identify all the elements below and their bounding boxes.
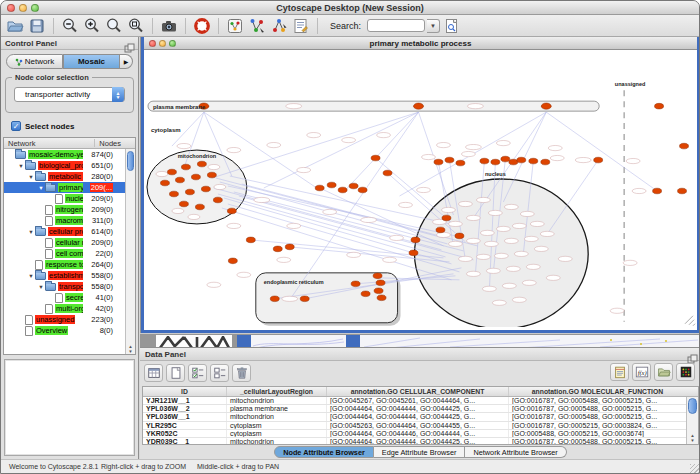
node-label-pill[interactable] xyxy=(558,256,572,261)
select-nodes-checkbox[interactable]: ✓ xyxy=(11,121,21,131)
node-label-pill[interactable] xyxy=(448,221,462,226)
expand-arrow-icon[interactable]: ▼ xyxy=(17,163,25,169)
network-node[interactable] xyxy=(273,246,282,252)
canvas-resize-grip[interactable] xyxy=(685,316,695,326)
node-label-pill[interactable] xyxy=(254,197,270,202)
tree-col-network[interactable]: Network xyxy=(8,138,36,149)
node-label-pill[interactable] xyxy=(383,257,397,262)
network-node[interactable] xyxy=(480,158,489,164)
network-node[interactable] xyxy=(678,188,687,194)
tree-scrollbar[interactable]: ▲▼ xyxy=(125,149,135,354)
node-label-pill[interactable] xyxy=(361,217,377,222)
tree-row[interactable]: ▼metabolic process280(0) xyxy=(4,171,125,182)
new-attribute-icon[interactable] xyxy=(166,364,185,382)
node-label-pill[interactable] xyxy=(530,221,544,226)
network-node[interactable] xyxy=(361,291,370,297)
snapshot-icon[interactable] xyxy=(159,16,179,36)
node-label-pill[interactable] xyxy=(546,275,560,280)
network-node[interactable] xyxy=(213,197,222,203)
advanced-search-icon[interactable] xyxy=(442,16,462,36)
node-label-pill[interactable] xyxy=(436,232,450,237)
node-label-pill[interactable] xyxy=(476,254,490,259)
table-scrollbar[interactable]: ▲▼ xyxy=(686,397,698,444)
node-label-pill[interactable] xyxy=(448,241,462,246)
tree-row[interactable]: nucleobase-209(0) xyxy=(4,193,125,204)
column-header[interactable]: annotation.GO MOLECULAR_FUNCTION xyxy=(509,387,686,396)
select-attributes-icon[interactable] xyxy=(188,364,207,382)
node-label-pill[interactable] xyxy=(188,214,200,219)
node-label-pill[interactable] xyxy=(486,268,500,273)
network-frame-titlebar[interactable]: primary metabolic process xyxy=(144,37,697,50)
apply-layout-icon[interactable] xyxy=(247,16,267,36)
network-node[interactable] xyxy=(300,296,309,302)
network-node[interactable] xyxy=(517,157,526,163)
column-header[interactable]: ID xyxy=(143,387,227,396)
network-node[interactable] xyxy=(434,159,443,165)
background-window-corner[interactable] xyxy=(237,335,251,347)
network-manager-icon[interactable] xyxy=(225,16,245,36)
node-label-pill[interactable] xyxy=(458,201,472,206)
network-node[interactable] xyxy=(529,158,538,164)
table-scrollbar-thumb[interactable] xyxy=(688,398,697,414)
help-icon[interactable] xyxy=(192,16,212,36)
table-row[interactable]: YPL036W__1mitochondrion[GO:0044464, GO:0… xyxy=(143,413,686,421)
window-titlebar[interactable]: Cytoscape Desktop (New Session) xyxy=(1,1,699,15)
table-row[interactable]: YPL036W__2plasma membrane[GO:0044464, GO… xyxy=(143,405,686,413)
node-label-pill[interactable] xyxy=(461,151,475,156)
network-node[interactable] xyxy=(491,159,500,165)
network-node[interactable] xyxy=(436,227,445,233)
tree-col-nodes[interactable]: Nodes xyxy=(99,138,121,149)
tree-row[interactable]: ▼cellular process614(0) xyxy=(4,226,125,237)
node-label-pill[interactable] xyxy=(480,230,494,235)
network-canvas[interactable]: plasma membrane cytoplasm mitochondrion … xyxy=(144,50,697,327)
tree-row[interactable]: secretion41(0) xyxy=(4,292,125,303)
search-input[interactable] xyxy=(367,19,425,32)
network-node[interactable] xyxy=(181,164,190,170)
tree-row[interactable]: ▼primary metabo209(... xyxy=(4,182,125,193)
network-node[interactable] xyxy=(169,191,178,197)
node-label-pill[interactable] xyxy=(626,158,640,163)
column-header[interactable]: annotation.GO CELLULAR_COMPONENT xyxy=(327,387,509,396)
node-label-pill[interactable] xyxy=(623,260,637,265)
expand-arrow-icon[interactable]: ▼ xyxy=(37,185,45,191)
node-label-pill[interactable] xyxy=(476,197,490,202)
node-label-pill[interactable] xyxy=(172,208,184,213)
network-node[interactable] xyxy=(351,281,360,287)
column-header[interactable]: _cellularLayoutRegion xyxy=(227,387,327,396)
node-label-pill[interactable] xyxy=(466,238,480,243)
table-scrollbar-arrows[interactable]: ▲▼ xyxy=(687,433,698,443)
tree-scrollbar-thumb[interactable] xyxy=(127,151,134,171)
network-node[interactable] xyxy=(195,204,204,210)
network-node[interactable] xyxy=(315,185,324,191)
node-label-pill[interactable] xyxy=(506,266,520,271)
annotation-icon[interactable] xyxy=(291,16,311,36)
network-node[interactable] xyxy=(207,172,216,178)
expand-arrow-icon[interactable]: ▼ xyxy=(27,273,35,279)
node-label-pill[interactable] xyxy=(467,104,483,109)
network-node[interactable] xyxy=(541,159,550,165)
tab-network[interactable]: Network xyxy=(6,54,63,69)
node-label-pill[interactable] xyxy=(502,283,516,288)
node-label-pill[interactable] xyxy=(377,133,391,138)
network-node[interactable] xyxy=(680,143,689,149)
birdseye-view-panel[interactable] xyxy=(4,359,135,456)
node-label-pill[interactable] xyxy=(496,140,510,145)
tab-mosaic[interactable]: Mosaic xyxy=(63,54,120,69)
node-label-pill[interactable] xyxy=(512,223,526,228)
node-label-pill[interactable] xyxy=(214,184,226,189)
network-node[interactable] xyxy=(541,103,551,109)
network-node[interactable] xyxy=(191,174,200,180)
node-label-pill[interactable] xyxy=(286,104,302,109)
apply-vizmap-icon[interactable] xyxy=(269,16,289,36)
node-label-pill[interactable] xyxy=(323,209,337,214)
node-label-pill[interactable] xyxy=(610,308,624,313)
node-label-pill[interactable] xyxy=(441,207,455,212)
network-node[interactable] xyxy=(594,157,603,163)
node-label-pill[interactable] xyxy=(207,282,221,287)
tree-row[interactable]: Overview8(0) xyxy=(4,325,125,336)
node-label-pill[interactable] xyxy=(267,142,281,147)
expand-arrow-icon[interactable]: ▼ xyxy=(27,229,35,235)
tab-node-attribute-browser[interactable]: Node Attribute Browser xyxy=(274,446,374,458)
notes-icon[interactable] xyxy=(610,363,629,381)
node-label-pill[interactable] xyxy=(512,297,526,302)
